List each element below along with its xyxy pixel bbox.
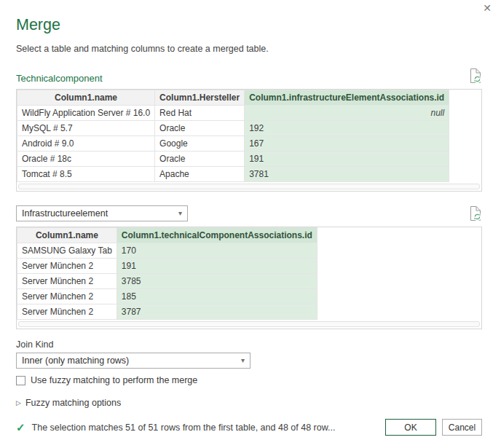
table-cell[interactable]: Oracle [155, 121, 245, 136]
fuzzy-options-label: Fuzzy matching options [25, 398, 121, 408]
table-cell[interactable]: Apache [155, 167, 245, 182]
second-table-header-row: Infrastructureelement ▾ [16, 205, 482, 221]
close-icon[interactable]: ✕ [483, 3, 492, 13]
table-cell[interactable]: SAMSUNG Galaxy Tab [17, 243, 117, 259]
refresh-icon[interactable] [469, 205, 482, 221]
table-cell[interactable]: 3781 [245, 167, 449, 182]
chevron-down-icon: ▾ [241, 357, 245, 364]
table-row: Server München 2 3787 [17, 304, 317, 320]
table-cell-null[interactable]: null [245, 106, 449, 121]
cancel-button[interactable]: Cancel [442, 419, 482, 436]
table-cell[interactable]: 3785 [117, 274, 317, 289]
table-header-row: Column1.name Column1.Hersteller Column1.… [17, 90, 449, 106]
fuzzy-matching-checkbox-row[interactable]: Use fuzzy matching to perform the merge [16, 375, 482, 385]
first-table-label: Technicalcomponent [16, 73, 103, 84]
table-row: Server München 2 191 [17, 259, 317, 274]
join-kind-label: Join Kind [16, 339, 482, 350]
table-row: Server München 2 185 [17, 289, 317, 304]
table-cell[interactable]: Google [155, 136, 245, 152]
table-cell[interactable]: Server München 2 [17, 304, 117, 320]
table-cell[interactable]: Server München 2 [17, 274, 117, 289]
column-header-hersteller[interactable]: Column1.Hersteller [155, 90, 245, 106]
table-cell[interactable]: 185 [117, 289, 317, 304]
refresh-icon[interactable] [469, 68, 482, 84]
table-header-row: Column1.name Column1.technicalComponentA… [17, 228, 317, 243]
dialog-subtitle: Select a table and matching columns to c… [16, 44, 482, 54]
table-cell[interactable]: Server München 2 [17, 289, 117, 304]
table-cell[interactable]: 191 [245, 152, 449, 167]
table-row: Server München 2 3785 [17, 274, 317, 289]
table-row: MySQL # 5.7 Oracle 192 [17, 121, 449, 136]
second-table-dropdown-value: Infrastructureelement [22, 208, 108, 219]
table-cell[interactable]: Oracle [155, 152, 245, 167]
column-header-name[interactable]: Column1.name [17, 90, 155, 106]
first-table: Column1.name Column1.Hersteller Column1.… [17, 90, 449, 182]
table-cell[interactable]: MySQL # 5.7 [17, 121, 155, 136]
expander-triangle-icon: ▷ [16, 399, 21, 406]
table-cell[interactable]: 170 [117, 243, 317, 259]
second-table-dropdown[interactable]: Infrastructureelement ▾ [16, 205, 188, 221]
horizontal-scrollbar[interactable] [18, 321, 480, 327]
table-cell[interactable]: 191 [117, 259, 317, 274]
column-header-name[interactable]: Column1.name [17, 228, 117, 243]
checkmark-icon: ✓ [16, 422, 25, 433]
table-cell[interactable]: Android # 9.0 [17, 136, 155, 152]
join-kind-dropdown-value: Inner (only matching rows) [22, 355, 129, 366]
table-row: Tomcat # 8.5 Apache 3781 [17, 167, 449, 182]
table-cell[interactable]: Tomcat # 8.5 [17, 167, 155, 182]
ok-button[interactable]: OK [385, 419, 436, 436]
join-kind-dropdown[interactable]: Inner (only matching rows) ▾ [16, 353, 250, 369]
footer-buttons: OK Cancel [385, 419, 482, 436]
fuzzy-matching-checkbox-label: Use fuzzy matching to perform the merge [31, 375, 197, 385]
column-header-infrastructure-id-selected[interactable]: Column1.infrastructureElementAssociation… [245, 90, 449, 106]
chevron-down-icon: ▾ [178, 210, 182, 217]
horizontal-scrollbar[interactable] [18, 184, 480, 189]
status-message: ✓ The selection matches 51 of 51 rows fr… [16, 422, 335, 433]
table-cell[interactable]: Red Hat [155, 106, 245, 121]
table-cell[interactable]: 3787 [117, 304, 317, 320]
status-text: The selection matches 51 of 51 rows from… [32, 423, 336, 433]
table-cell[interactable]: 192 [245, 121, 449, 136]
second-table: Column1.name Column1.technicalComponentA… [17, 227, 317, 320]
table-cell[interactable]: Oracle # 18c [17, 152, 155, 167]
table-row: Oracle # 18c Oracle 191 [17, 152, 449, 167]
table-cell[interactable]: 167 [245, 136, 449, 152]
page-title: Merge [16, 16, 482, 34]
column-header-technical-id-selected[interactable]: Column1.technicalComponentAssociations.i… [117, 228, 317, 243]
table-cell[interactable]: WildFly Application Server # 16.0 [17, 106, 155, 121]
first-table-preview: Column1.name Column1.Hersteller Column1.… [16, 89, 482, 192]
first-table-header-row: Technicalcomponent [16, 68, 482, 84]
table-row: WildFly Application Server # 16.0 Red Ha… [17, 106, 449, 121]
second-table-preview: Column1.name Column1.technicalComponentA… [16, 227, 482, 329]
dialog-footer: ✓ The selection matches 51 of 51 rows fr… [16, 419, 482, 436]
table-row: SAMSUNG Galaxy Tab 170 [17, 243, 317, 259]
table-cell[interactable]: Server München 2 [17, 259, 117, 274]
fuzzy-matching-checkbox[interactable] [16, 376, 25, 385]
fuzzy-options-expander[interactable]: ▷ Fuzzy matching options [16, 398, 482, 408]
table-row: Android # 9.0 Google 167 [17, 136, 449, 152]
merge-dialog: ✕ Merge Select a table and matching colu… [0, 0, 501, 448]
